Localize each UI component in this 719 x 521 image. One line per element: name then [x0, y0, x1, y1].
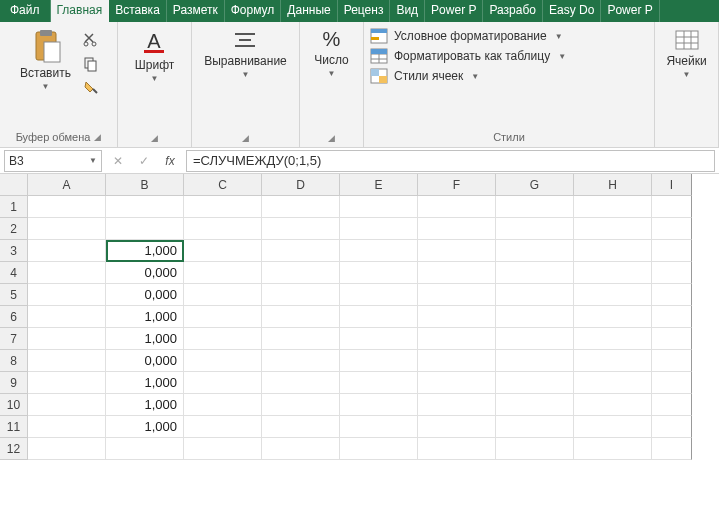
cell-C10[interactable]	[184, 394, 262, 416]
cell-B10[interactable]: 1,000	[106, 394, 184, 416]
cell-I9[interactable]	[652, 372, 692, 394]
cell-G4[interactable]	[496, 262, 574, 284]
cell-G12[interactable]	[496, 438, 574, 460]
alignment-button[interactable]: Выравнивание ▼	[200, 26, 291, 81]
cell-C8[interactable]	[184, 350, 262, 372]
column-header-F[interactable]: F	[418, 174, 496, 196]
cell-H3[interactable]	[574, 240, 652, 262]
cell-G5[interactable]	[496, 284, 574, 306]
cell-C1[interactable]	[184, 196, 262, 218]
cell-G6[interactable]	[496, 306, 574, 328]
cell-I3[interactable]	[652, 240, 692, 262]
column-header-G[interactable]: G	[496, 174, 574, 196]
tab-file[interactable]: Файл	[0, 0, 51, 22]
cell-C11[interactable]	[184, 416, 262, 438]
cell-A10[interactable]	[28, 394, 106, 416]
enter-formula-button[interactable]: ✓	[134, 154, 154, 168]
cell-A1[interactable]	[28, 196, 106, 218]
clipboard-launcher[interactable]: ◢	[94, 132, 101, 142]
cell-H9[interactable]	[574, 372, 652, 394]
cell-G11[interactable]	[496, 416, 574, 438]
cell-A12[interactable]	[28, 438, 106, 460]
tab-вставка[interactable]: Вставка	[109, 0, 167, 22]
cell-D7[interactable]	[262, 328, 340, 350]
cell-G2[interactable]	[496, 218, 574, 240]
cell-A7[interactable]	[28, 328, 106, 350]
cell-F5[interactable]	[418, 284, 496, 306]
cell-B9[interactable]: 1,000	[106, 372, 184, 394]
cell-I10[interactable]	[652, 394, 692, 416]
row-header-6[interactable]: 6	[0, 306, 28, 328]
cell-D1[interactable]	[262, 196, 340, 218]
cell-D3[interactable]	[262, 240, 340, 262]
cell-C9[interactable]	[184, 372, 262, 394]
cell-E6[interactable]	[340, 306, 418, 328]
cell-F1[interactable]	[418, 196, 496, 218]
cell-C2[interactable]	[184, 218, 262, 240]
cell-F12[interactable]	[418, 438, 496, 460]
number-launcher[interactable]: ◢	[328, 133, 335, 143]
row-header-5[interactable]: 5	[0, 284, 28, 306]
cell-E7[interactable]	[340, 328, 418, 350]
tab-power p[interactable]: Power P	[601, 0, 659, 22]
cell-A6[interactable]	[28, 306, 106, 328]
cell-D9[interactable]	[262, 372, 340, 394]
cell-G10[interactable]	[496, 394, 574, 416]
cell-I1[interactable]	[652, 196, 692, 218]
cell-G8[interactable]	[496, 350, 574, 372]
cell-F11[interactable]	[418, 416, 496, 438]
cell-F3[interactable]	[418, 240, 496, 262]
row-header-12[interactable]: 12	[0, 438, 28, 460]
cell-B3[interactable]: 1,000	[106, 240, 184, 262]
row-header-1[interactable]: 1	[0, 196, 28, 218]
column-header-A[interactable]: A	[28, 174, 106, 196]
cell-A3[interactable]	[28, 240, 106, 262]
cell-C12[interactable]	[184, 438, 262, 460]
select-all-corner[interactable]	[0, 174, 28, 196]
row-header-9[interactable]: 9	[0, 372, 28, 394]
font-button[interactable]: A Шрифт ▼	[131, 26, 178, 85]
cell-D2[interactable]	[262, 218, 340, 240]
tab-данные[interactable]: Данные	[281, 0, 337, 22]
align-launcher[interactable]: ◢	[242, 133, 249, 143]
cell-E5[interactable]	[340, 284, 418, 306]
cell-H1[interactable]	[574, 196, 652, 218]
tab-easy do[interactable]: Easy Do	[543, 0, 601, 22]
cell-E10[interactable]	[340, 394, 418, 416]
cell-F9[interactable]	[418, 372, 496, 394]
cell-B1[interactable]	[106, 196, 184, 218]
cell-F4[interactable]	[418, 262, 496, 284]
row-header-11[interactable]: 11	[0, 416, 28, 438]
cell-I11[interactable]	[652, 416, 692, 438]
cell-E8[interactable]	[340, 350, 418, 372]
cancel-formula-button[interactable]: ✕	[108, 154, 128, 168]
cell-E9[interactable]	[340, 372, 418, 394]
cell-E11[interactable]	[340, 416, 418, 438]
cells-button[interactable]: Ячейки ▼	[662, 26, 710, 81]
cell-F8[interactable]	[418, 350, 496, 372]
cell-D6[interactable]	[262, 306, 340, 328]
cell-I7[interactable]	[652, 328, 692, 350]
cell-F2[interactable]	[418, 218, 496, 240]
paste-button[interactable]: Вставить ▼	[16, 26, 75, 93]
row-header-8[interactable]: 8	[0, 350, 28, 372]
cell-A11[interactable]	[28, 416, 106, 438]
row-header-4[interactable]: 4	[0, 262, 28, 284]
cell-A5[interactable]	[28, 284, 106, 306]
column-header-H[interactable]: H	[574, 174, 652, 196]
cell-H7[interactable]	[574, 328, 652, 350]
cell-D10[interactable]	[262, 394, 340, 416]
cell-H4[interactable]	[574, 262, 652, 284]
cell-B12[interactable]	[106, 438, 184, 460]
cell-H5[interactable]	[574, 284, 652, 306]
row-header-3[interactable]: 3	[0, 240, 28, 262]
cell-B6[interactable]: 1,000	[106, 306, 184, 328]
name-box[interactable]: B3 ▼	[4, 150, 102, 172]
tab-вид[interactable]: Вид	[390, 0, 425, 22]
tab-главная[interactable]: Главная	[51, 0, 110, 22]
cell-F6[interactable]	[418, 306, 496, 328]
cell-C3[interactable]	[184, 240, 262, 262]
cut-button[interactable]	[81, 30, 101, 50]
font-launcher[interactable]: ◢	[151, 133, 158, 143]
cell-B8[interactable]: 0,000	[106, 350, 184, 372]
